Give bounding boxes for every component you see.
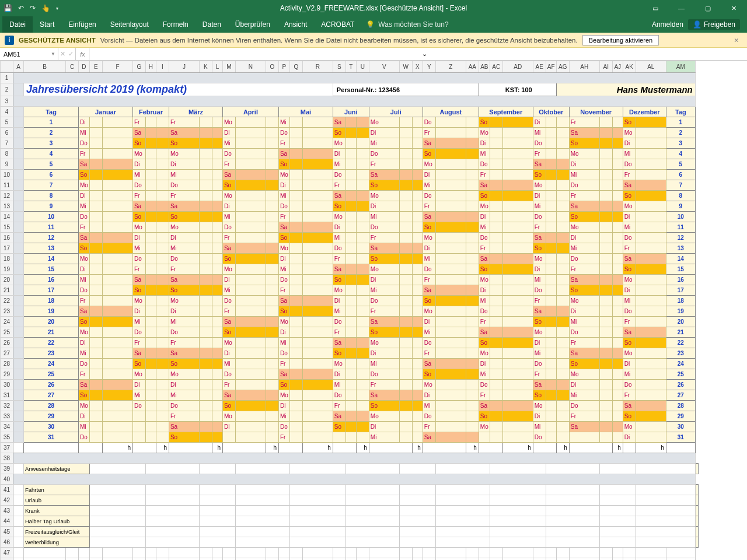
- weekday-cell[interactable]: Do: [132, 401, 145, 411]
- weekday-cell[interactable]: Mi: [623, 296, 636, 306]
- row-header[interactable]: 6: [1, 128, 13, 138]
- weekday-cell[interactable]: So: [533, 317, 546, 327]
- row-header[interactable]: 32: [1, 401, 13, 411]
- enable-editing-button[interactable]: Bearbeitung aktivieren: [582, 35, 659, 46]
- day-number[interactable]: 6: [24, 170, 79, 180]
- weekday-cell[interactable]: Di: [479, 138, 490, 149]
- weekday-cell[interactable]: Di: [169, 306, 199, 317]
- weekday-cell[interactable]: Sa: [79, 159, 90, 170]
- weekday-cell[interactable]: Fr: [423, 128, 435, 138]
- weekday-cell[interactable]: Di: [333, 369, 345, 380]
- weekday-cell[interactable]: Di: [569, 306, 599, 317]
- weekday-cell[interactable]: Fr: [333, 401, 345, 411]
- col-header[interactable]: AD: [502, 61, 533, 73]
- weekday-cell[interactable]: Di: [623, 138, 636, 149]
- weekday-cell[interactable]: Sa: [169, 275, 199, 285]
- weekday-cell[interactable]: Mo: [569, 222, 599, 233]
- day-number[interactable]: 16: [24, 275, 79, 285]
- row-header[interactable]: 27: [1, 348, 13, 359]
- weekday-cell[interactable]: So: [333, 348, 345, 359]
- day-number-right[interactable]: 11: [666, 222, 695, 233]
- weekday-cell[interactable]: Do: [169, 254, 199, 264]
- day-number-right[interactable]: 4: [666, 149, 695, 159]
- day-number[interactable]: 29: [24, 411, 79, 422]
- weekday-cell[interactable]: Do: [569, 180, 599, 191]
- signin-link[interactable]: Anmelden: [652, 20, 683, 29]
- weekday-cell[interactable]: Di: [79, 338, 90, 348]
- day-number[interactable]: 12: [24, 233, 79, 243]
- col-header[interactable]: P: [278, 61, 289, 73]
- month-header[interactable]: April: [222, 107, 278, 117]
- weekday-cell[interactable]: So: [222, 401, 235, 411]
- tag-header-right[interactable]: Tag: [666, 107, 695, 117]
- day-number-right[interactable]: 30: [666, 422, 695, 432]
- weekday-cell[interactable]: So: [132, 212, 145, 222]
- weekday-cell[interactable]: So: [569, 359, 599, 369]
- hours-input[interactable]: [169, 443, 212, 453]
- weekday-cell[interactable]: Mo: [423, 233, 435, 243]
- row-header[interactable]: 1: [1, 73, 13, 83]
- weekday-cell[interactable]: Sa: [79, 380, 90, 390]
- weekday-cell[interactable]: Di: [423, 170, 435, 180]
- weekday-cell[interactable]: Sa: [169, 128, 199, 138]
- day-number[interactable]: 13: [24, 243, 79, 254]
- weekday-cell[interactable]: So: [169, 285, 199, 296]
- weekday-cell[interactable]: Di: [333, 222, 345, 233]
- weekday-cell[interactable]: Fr: [132, 191, 145, 201]
- col-header[interactable]: AF: [546, 61, 556, 73]
- weekday-cell[interactable]: Mi: [423, 401, 435, 411]
- weekday-cell[interactable]: Mo: [222, 191, 235, 201]
- weekday-cell[interactable]: Mo: [222, 411, 235, 422]
- weekday-cell[interactable]: Mo: [533, 327, 546, 338]
- weekday-cell[interactable]: So: [222, 327, 235, 338]
- weekday-cell[interactable]: So: [222, 254, 235, 264]
- weekday-cell[interactable]: Mo: [369, 117, 399, 128]
- weekday-cell[interactable]: [333, 432, 345, 443]
- weekday-cell[interactable]: Do: [79, 285, 90, 296]
- weekday-cell[interactable]: Di: [132, 306, 145, 317]
- weekday-cell[interactable]: So: [369, 180, 399, 191]
- day-number-right[interactable]: 27: [666, 390, 695, 401]
- weekday-cell[interactable]: Di: [533, 191, 546, 201]
- col-header[interactable]: K: [199, 61, 212, 73]
- tab-datei[interactable]: Datei: [2, 16, 33, 33]
- weekday-cell[interactable]: Sa: [169, 201, 199, 212]
- weekday-cell[interactable]: Mo: [479, 422, 490, 432]
- weekday-cell[interactable]: Sa: [423, 432, 435, 443]
- row-header[interactable]: 4: [1, 107, 13, 117]
- col-header[interactable]: J: [169, 61, 199, 73]
- month-header[interactable]: November: [569, 107, 623, 117]
- row-header[interactable]: 47: [1, 548, 13, 558]
- weekday-cell[interactable]: Mi: [278, 117, 289, 128]
- weekday-cell[interactable]: Mi: [79, 128, 90, 138]
- save-icon[interactable]: 💾: [4, 4, 12, 12]
- weekday-cell[interactable]: Do: [369, 296, 399, 306]
- day-number-right[interactable]: 12: [666, 233, 695, 243]
- weekday-cell[interactable]: So: [423, 149, 435, 159]
- weekday-cell[interactable]: Mi: [278, 191, 289, 201]
- weekday-cell[interactable]: Sa: [278, 369, 289, 380]
- weekday-cell[interactable]: Fr: [369, 306, 399, 317]
- weekday-cell[interactable]: So: [278, 306, 289, 317]
- row-header[interactable]: 29: [1, 369, 13, 380]
- day-number[interactable]: 8: [24, 191, 79, 201]
- weekday-cell[interactable]: So: [132, 359, 145, 369]
- day-number[interactable]: 22: [24, 338, 79, 348]
- weekday-cell[interactable]: Mi: [222, 285, 235, 296]
- weekday-cell[interactable]: So: [369, 401, 399, 411]
- weekday-cell[interactable]: So: [132, 138, 145, 149]
- weekday-cell[interactable]: Do: [132, 180, 145, 191]
- weekday-cell[interactable]: Mi: [369, 359, 399, 369]
- weekday-cell[interactable]: Sa: [79, 233, 90, 243]
- weekday-cell[interactable]: Do: [132, 327, 145, 338]
- weekday-cell[interactable]: So: [569, 212, 599, 222]
- weekday-cell[interactable]: Fr: [533, 296, 546, 306]
- weekday-cell[interactable]: Mo: [79, 401, 90, 411]
- weekday-cell[interactable]: Mi: [132, 170, 145, 180]
- weekday-cell[interactable]: Do: [423, 117, 435, 128]
- weekday-cell[interactable]: Di: [79, 117, 90, 128]
- day-number-right[interactable]: 17: [666, 285, 695, 296]
- day-number-right[interactable]: 2: [666, 128, 695, 138]
- weekday-cell[interactable]: Sa: [79, 306, 90, 317]
- weekday-cell[interactable]: Sa: [169, 422, 199, 432]
